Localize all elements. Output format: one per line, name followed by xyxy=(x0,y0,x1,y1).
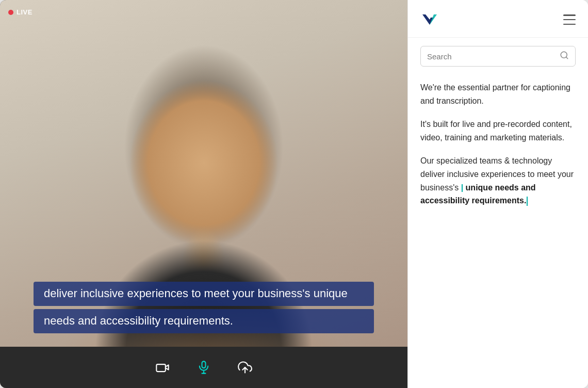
live-badge: LIVE xyxy=(8,8,32,16)
search-input[interactable] xyxy=(427,52,556,61)
sidebar-header xyxy=(408,0,588,38)
paragraph-1: We're the essential partner for captioni… xyxy=(420,81,576,107)
search-icon[interactable] xyxy=(560,51,569,62)
camera-button[interactable] xyxy=(152,357,173,378)
sidebar-content: We're the essential partner for captioni… xyxy=(408,71,588,388)
video-panel: LIVE deliver inclusive experiences to me… xyxy=(0,0,407,388)
captions-container: deliver inclusive experiences to meet yo… xyxy=(34,282,374,336)
paragraph-2: It's built for live and pre-recorded con… xyxy=(420,118,576,144)
microphone-button[interactable] xyxy=(193,357,214,378)
svg-rect-1 xyxy=(202,361,206,368)
paragraph-3: Our specialized teams & technology deliv… xyxy=(420,154,576,207)
sidebar-panel: We're the essential partner for captioni… xyxy=(407,0,588,388)
caption-line-2: needs and accessibility requirements. xyxy=(34,309,374,333)
search-container xyxy=(408,38,588,71)
app-container: LIVE deliver inclusive experiences to me… xyxy=(0,0,588,388)
hamburger-menu-button[interactable] xyxy=(563,14,576,25)
text-cursor xyxy=(527,197,528,206)
caption-line-1: deliver inclusive experiences to meet yo… xyxy=(34,282,374,306)
brand-logo xyxy=(420,10,439,29)
controls-bar xyxy=(0,347,407,388)
typing-cursor-bar: | xyxy=(461,183,463,192)
share-button[interactable] xyxy=(235,357,255,378)
live-label: LIVE xyxy=(17,8,32,16)
search-box[interactable] xyxy=(420,46,576,67)
logo-icon xyxy=(420,10,439,29)
svg-line-8 xyxy=(566,57,567,58)
live-dot xyxy=(8,10,13,15)
svg-rect-0 xyxy=(156,364,166,371)
